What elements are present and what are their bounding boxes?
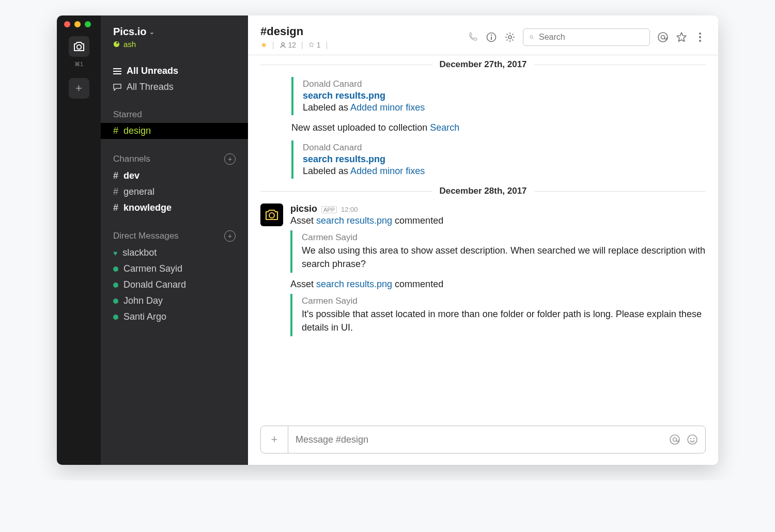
attachment: Donald Canard search results.png Labeled… [291,77,706,115]
list-icon [113,68,121,74]
svg-rect-5 [491,37,492,40]
presence-icon [113,41,120,48]
info-button[interactable] [486,32,497,43]
sidebar: Pics.io ⌄ ash All Unreads Al [101,15,248,465]
svg-point-0 [76,45,81,49]
svg-point-2 [282,42,284,45]
titlebar [57,15,718,33]
asset-link[interactable]: search results.png [316,279,392,289]
heart-icon: ♥ [113,249,117,257]
dm-john[interactable]: John Day [101,293,248,309]
channel-knowledge[interactable]: # knowledge [101,200,248,216]
comment-author: Carmen Sayid [302,232,706,243]
svg-point-14 [670,435,679,444]
app-window: ⌘1 + Pics.io ⌄ ash All Unreads [57,15,718,465]
svg-point-4 [491,35,492,36]
hash-icon: # [113,126,118,136]
sender-name[interactable]: picsio [290,204,317,214]
comment-attachment: Carmen Sayid We also using this area to … [290,230,706,273]
message: picsio APP 12:00 Asset search results.pn… [260,204,706,342]
app-badge: APP [321,206,337,213]
more-button[interactable] [694,32,706,43]
attachment-author: Donald Canard [303,79,706,89]
all-threads[interactable]: All Threads [101,79,248,95]
mention-button[interactable] [669,434,680,445]
search-input[interactable] [538,32,643,42]
message-list[interactable]: December 27th, 2017 Donald Canard search… [248,55,718,418]
search-icon [530,33,534,41]
svg-point-8 [658,33,668,42]
presence-dot-icon [113,283,118,288]
maximize-window-button[interactable] [85,21,91,27]
all-unreads[interactable]: All Unreads [101,63,248,79]
add-dm-button[interactable]: + [224,230,236,242]
svg-point-16 [688,435,697,444]
message-composer: + [260,426,706,453]
svg-point-13 [269,213,274,218]
thread-icon [113,84,121,91]
comment-body: It's possible that asset located in more… [302,307,706,334]
timestamp: 12:00 [341,206,358,213]
asset-link[interactable]: search results.png [316,215,392,226]
workspace-tile[interactable] [69,36,89,57]
camera-icon [73,41,85,52]
presence-dot-icon [113,299,118,304]
channel-subheader: ★ | 12 | 1 | [260,40,328,50]
hash-icon: # [113,170,118,181]
comment-body: We also using this area to show asset de… [302,244,706,271]
starred-heading: Starred [101,106,248,123]
svg-point-7 [530,36,533,38]
settings-button[interactable] [504,32,516,43]
dm-slackbot[interactable]: ♥ slackbot [101,245,248,261]
svg-point-17 [690,438,691,439]
close-window-button[interactable] [64,21,70,27]
comment-author: Carmen Sayid [302,296,706,306]
channels-heading: Channels + [101,150,248,168]
attachment-file-link[interactable]: search results.png [303,90,706,101]
date-divider: December 27th, 2017 [260,59,706,70]
presence-dot-icon [113,315,118,320]
attachment-author: Donald Canard [303,143,706,153]
label-link[interactable]: Added minor fixes [350,102,425,113]
emoji-button[interactable] [687,434,698,445]
svg-point-11 [699,36,701,38]
star-items-button[interactable] [676,32,687,43]
current-user-name: ash [123,40,136,49]
attachment-file-link[interactable]: search results.png [303,154,706,165]
attachment: Donald Canard search results.png Labeled… [291,140,706,179]
call-button[interactable] [467,32,478,43]
dm-santi[interactable]: Santi Argo [101,309,248,325]
workspace-shortcut: ⌘1 [74,61,83,68]
dm-donald[interactable]: Donald Canard [101,277,248,293]
svg-point-12 [699,40,701,42]
attach-button[interactable]: + [261,426,288,453]
channel-general[interactable]: # general [101,184,248,200]
star-icon[interactable]: ★ [260,40,267,50]
member-count[interactable]: 12 [280,41,296,49]
workspace-switcher: ⌘1 + [57,15,101,465]
window-controls [64,21,91,27]
camera-icon [265,209,279,221]
svg-point-9 [661,36,665,39]
date-divider: December 28th, 2017 [260,186,706,196]
dm-heading: Direct Messages + [101,227,248,245]
comment-attachment: Carmen Sayid It's possible that asset lo… [290,294,706,336]
label-link[interactable]: Added minor fixes [350,166,425,176]
dm-carmen[interactable]: Carmen Sayid [101,261,248,277]
minimize-window-button[interactable] [74,21,81,27]
collection-link[interactable]: Search [430,122,459,133]
message-input[interactable] [288,434,669,445]
add-workspace-button[interactable]: + [69,78,89,99]
channel-design[interactable]: # design [101,123,248,139]
mentions-button[interactable] [657,32,669,43]
add-channel-button[interactable]: + [224,153,236,165]
avatar[interactable] [260,204,283,226]
svg-point-15 [673,438,677,442]
pinned-count[interactable]: 1 [308,41,321,49]
presence-dot-icon [113,267,118,272]
hash-icon: # [113,186,118,197]
channel-dev[interactable]: # dev [101,168,248,184]
svg-point-6 [508,36,512,39]
main-pane: #design ★ | 12 | 1 | [248,15,718,465]
current-user[interactable]: ash [113,40,236,49]
